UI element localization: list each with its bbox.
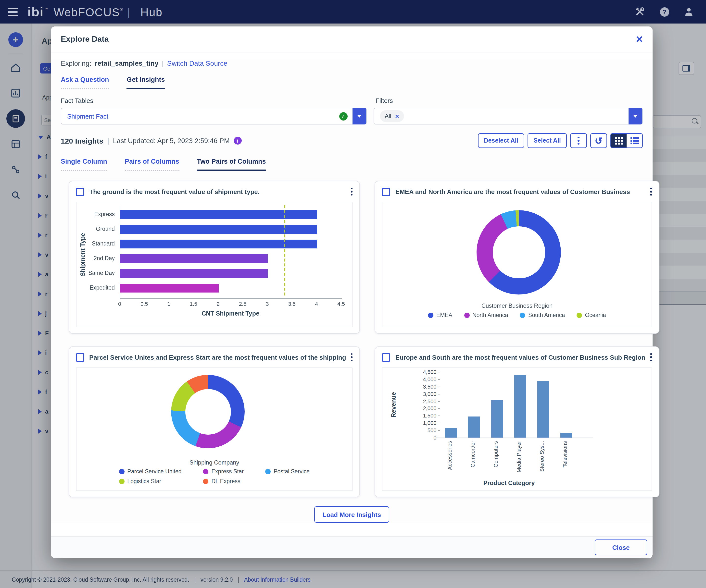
legend-dot (203, 478, 209, 484)
insights-summary: 120 Insights | Last Updated: Apr 5, 2023… (61, 136, 241, 145)
x-tick-label: 4 (315, 301, 318, 307)
exploring-label: Exploring: (61, 59, 91, 67)
legend-dot (428, 312, 433, 318)
x-axis-title: CNT Shipment Type (201, 310, 259, 317)
user-icon[interactable] (683, 6, 694, 17)
donut-ring (477, 210, 561, 294)
fact-tables-label: Fact Tables (61, 97, 376, 104)
history-button[interactable]: ↺ (590, 133, 607, 148)
view-toggle (611, 133, 643, 148)
more-options-button[interactable] (570, 133, 587, 148)
dropdown-caret-button[interactable] (352, 108, 366, 124)
y-tick-mark (438, 372, 440, 372)
y-tick-mark (438, 387, 440, 387)
app-logo: ibi ™ WebFOCUS ® | Hub (28, 4, 162, 19)
bar-category-label: Computers (493, 441, 499, 482)
bar-category-label: Televisions (562, 441, 568, 482)
dropdown-caret-button[interactable] (629, 108, 642, 124)
legend-label: Express Star (211, 468, 244, 474)
x-tick-label: 3.5 (288, 301, 296, 307)
legend-item: DL Express (203, 478, 244, 484)
bar (120, 240, 317, 248)
close-button[interactable]: Close (595, 540, 647, 555)
chevron-down-icon (357, 115, 362, 118)
separator: | (162, 59, 163, 67)
tab-two-pairs-of-columns[interactable]: Two Pairs of Columns (197, 158, 266, 171)
grid-icon (615, 137, 622, 144)
insight-title: Parcel Service Unites and Express Start … (89, 353, 346, 361)
insight-checkbox[interactable] (382, 187, 391, 196)
legend-dot (464, 312, 469, 318)
legend-label: Logistics Star (127, 478, 161, 484)
exploring-row: Exploring: retail_samples_tiny | Switch … (61, 59, 643, 67)
close-icon[interactable]: × (636, 34, 643, 44)
x-tick-label: 1.5 (190, 301, 197, 307)
legend-dot (265, 469, 271, 474)
list-view-button[interactable] (627, 134, 642, 148)
legend-item: Parcel Service United (119, 468, 182, 474)
insight-type-tabs: Single Column Pairs of Columns Two Pairs… (61, 158, 643, 171)
legend-label: EMEA (436, 312, 452, 318)
kebab-icon[interactable] (650, 188, 652, 196)
explore-data-modal: Explore Data × Exploring: retail_samples… (51, 27, 653, 558)
kebab-icon[interactable] (351, 188, 353, 196)
screen: ibi ™ WebFOCUS ® | Hub ? + (0, 0, 706, 588)
bar-category-label: Camcorder (470, 441, 476, 482)
select-all-button[interactable]: Select All (527, 133, 567, 148)
kebab-icon[interactable] (650, 353, 652, 362)
modal-title: Explore Data (61, 35, 109, 44)
deselect-all-button[interactable]: Deselect All (478, 133, 524, 148)
check-icon: ✓ (339, 112, 347, 120)
shipping-company-donut-chart: Shipping Company Parcel Service UnitedEx… (76, 368, 353, 491)
legend-item: North America (464, 312, 508, 318)
tab-single-column[interactable]: Single Column (61, 158, 107, 171)
main-tabs: Ask a Question Get Insights (61, 76, 643, 89)
info-icon[interactable]: i (234, 137, 241, 144)
insight-card-shipment-type: The ground is the most frequent value of… (69, 181, 360, 334)
help-icon[interactable]: ? (659, 6, 670, 17)
x-tick-label: 3 (266, 301, 269, 307)
revenue-bar-chart: 4,5004,0003,5003,0002,5002,0001,5001,000… (382, 368, 652, 491)
insight-checkbox[interactable] (382, 353, 391, 362)
donut-label: Customer Business Region (383, 302, 652, 309)
load-more-insights-button[interactable]: Load More Insights (314, 506, 389, 523)
product-name: WebFOCUS (54, 6, 120, 19)
x-tick-label: 2.5 (239, 301, 247, 307)
chart-legend: Parcel Service UnitedExpress StarPostal … (77, 468, 352, 484)
bar (120, 269, 268, 278)
tab-ask-a-question[interactable]: Ask a Question (61, 76, 109, 89)
filter-chip-label: All (385, 113, 391, 120)
bar-category-label: Accessories (447, 441, 453, 482)
fact-tables-select[interactable]: Shipment Fact ✓ (61, 108, 366, 124)
filter-remove-icon[interactable]: × (395, 113, 399, 120)
separator: | (107, 137, 109, 144)
tools-icon[interactable] (634, 6, 645, 17)
x-axis-line (437, 437, 593, 438)
legend-dot (577, 312, 582, 318)
x-tick-label: 2 (217, 301, 220, 307)
filters-select[interactable]: All × (374, 108, 643, 124)
insight-cards-grid: The ground is the most frequent value of… (69, 181, 635, 497)
tab-pairs-of-columns[interactable]: Pairs of Columns (125, 158, 179, 171)
legend-dot (520, 312, 525, 318)
kebab-icon[interactable] (351, 353, 353, 362)
y-tick-mark (438, 401, 440, 402)
insight-checkbox[interactable] (76, 187, 84, 196)
legend-item: South America (520, 312, 565, 318)
hamburger-menu-icon[interactable] (8, 8, 17, 16)
grid-view-button[interactable] (611, 134, 627, 148)
tab-get-insights[interactable]: Get Insights (127, 76, 165, 89)
y-tick-mark (438, 430, 440, 431)
insight-checkbox[interactable] (76, 353, 84, 362)
legend-label: Parcel Service United (127, 468, 182, 474)
legend-item: EMEA (428, 312, 452, 318)
switch-data-source-link[interactable]: Switch Data Source (167, 59, 228, 67)
legend-dot (203, 469, 209, 474)
bar (120, 254, 268, 263)
bar (515, 376, 526, 437)
list-icon (630, 137, 638, 144)
insight-title: The ground is the most frequent value of… (89, 188, 346, 195)
history-icon: ↺ (595, 136, 602, 145)
x-tick-label: 0 (118, 301, 121, 307)
donut-ring (171, 375, 245, 448)
